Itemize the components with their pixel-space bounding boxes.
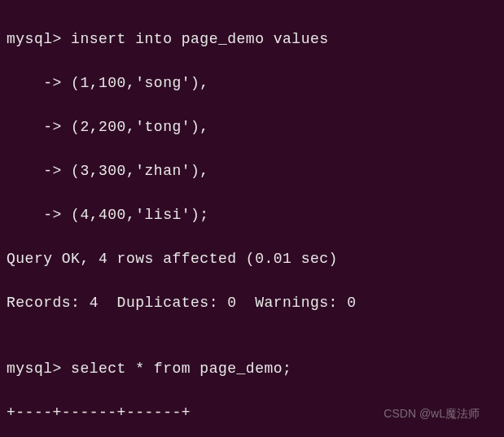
terminal-line: -> (4,400,'lisi');	[7, 204, 497, 226]
terminal-line: -> (3,300,'zhan'),	[7, 160, 497, 182]
terminal-output: mysql> insert into page_demo values -> (…	[7, 7, 497, 437]
terminal-line: mysql> select * from page_demo;	[7, 358, 497, 380]
query-stats: Records: 4 Duplicates: 0 Warnings: 0	[7, 292, 497, 314]
terminal-line: mysql> insert into page_demo values	[7, 28, 497, 50]
terminal-line: -> (1,100,'song'),	[7, 72, 497, 94]
watermark: CSDN @wL魔法师	[383, 405, 480, 422]
query-result: Query OK, 4 rows affected (0.01 sec)	[7, 248, 497, 270]
terminal-line: -> (2,200,'tong'),	[7, 116, 497, 138]
